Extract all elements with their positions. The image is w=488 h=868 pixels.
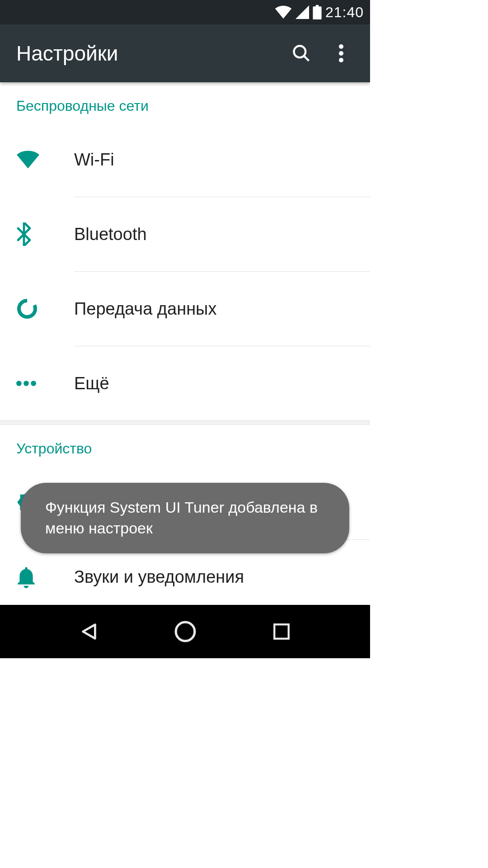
data-usage-icon [16,298,38,320]
svg-point-3 [339,51,343,56]
svg-point-2 [339,44,343,49]
home-button[interactable] [169,616,201,647]
cellular-status-icon [296,5,309,19]
list-item-label: Bluetooth [74,225,147,244]
search-button[interactable] [285,37,318,70]
back-icon [79,621,99,642]
more-horiz-icon [16,381,36,386]
svg-point-0 [294,46,306,58]
list-item-label: Ещё [74,374,109,393]
svg-point-7 [23,381,29,386]
svg-line-1 [304,56,309,61]
list-item-more[interactable]: Ещё [0,346,370,420]
toast: Функция System UI Tuner добавлена в меню… [21,483,349,553]
navigation-bar [0,605,370,658]
list-item-data-usage[interactable]: Передача данных [0,272,370,346]
more-vert-icon [339,44,343,62]
svg-rect-12 [274,624,289,639]
recents-icon [272,622,291,641]
bell-icon [16,566,36,588]
list-item-label: Звуки и уведомления [74,567,244,587]
app-bar: Настройки [0,24,370,82]
search-icon [291,43,311,63]
list-item-bluetooth[interactable]: Bluetooth [0,197,370,271]
recents-button[interactable] [266,616,297,647]
back-button[interactable] [73,616,105,647]
section-header-device: Устройство [0,425,370,465]
list-item-label: Передача данных [74,299,216,319]
section-header-wireless: Беспроводные сети [0,82,370,123]
svg-point-11 [176,622,195,641]
svg-point-6 [16,381,22,386]
list-item-label: Wi-Fi [74,150,114,170]
bluetooth-icon [16,222,32,246]
status-time: 21:40 [325,4,364,21]
svg-point-8 [31,381,36,386]
status-bar: 21:40 [0,0,370,24]
page-title: Настройки [16,41,278,66]
toast-text: Функция System UI Tuner добавлена в меню… [45,499,318,537]
wifi-icon [16,151,40,169]
wifi-status-icon [275,5,292,19]
section-divider [0,420,370,425]
svg-point-4 [339,58,343,62]
battery-status-icon [313,5,322,19]
home-icon [174,620,197,643]
overflow-menu-button[interactable] [325,37,357,70]
list-item-wifi[interactable]: Wi-Fi [0,123,370,197]
